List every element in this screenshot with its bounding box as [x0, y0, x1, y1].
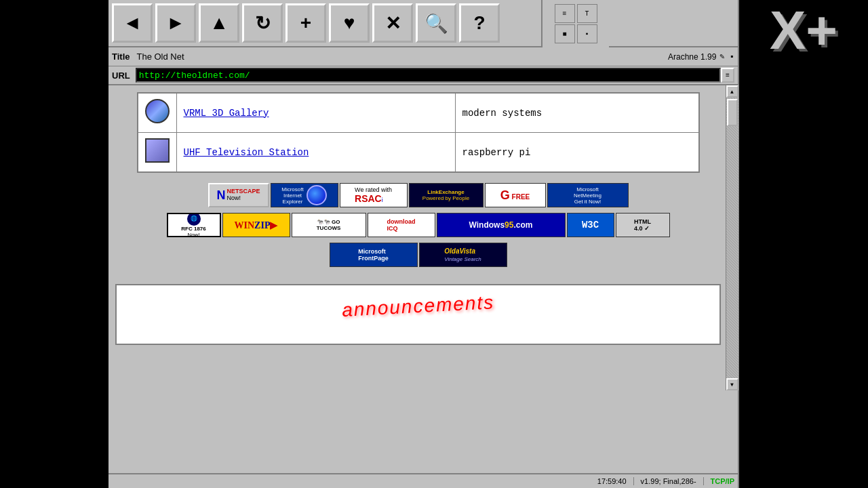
tag-cell: modern systems: [455, 93, 698, 133]
title-bar: Title The Old Net Arachne 1.99 ✎ ▪: [108, 47, 738, 66]
xt-logo: X+: [770, 3, 837, 58]
free-badge[interactable]: G FREE: [485, 183, 546, 207]
uhf-link[interactable]: UHF Television Station: [184, 147, 309, 158]
globe-icon: [145, 99, 170, 123]
browser-window: ◄ ► ▲ ↻ + ♥ ✕ 🔍 ? ≡ T ■ ▪ Title The Old …: [108, 0, 739, 488]
title-value: The Old Net: [137, 52, 668, 62]
title-label: Title: [112, 52, 130, 62]
icq-badge[interactable]: downloadICQ: [368, 213, 435, 237]
right-decoration: X+: [739, 0, 868, 488]
badges-row-1: N NETSCAPENow! MicrosoftInternetExplorer…: [208, 183, 629, 207]
status-bar: 17:59:40 v1.99; Final,286- TCP/IP: [108, 473, 738, 488]
arachne-version: Arachne 1.99: [668, 52, 716, 62]
rfc-badge[interactable]: 🌐 RFC 1876Now!: [167, 213, 221, 237]
html4-badge[interactable]: HTML4.0 ✓: [616, 213, 670, 237]
left-decoration: [0, 0, 108, 488]
mini-icon-1[interactable]: ≡: [555, 4, 575, 23]
mini-icon-4[interactable]: ▪: [577, 24, 597, 43]
tucows-badge[interactable]: 🐄🐄 GOTUCOWS: [292, 213, 366, 237]
help-button[interactable]: ?: [459, 3, 500, 43]
back-button[interactable]: ◄: [112, 3, 153, 43]
ie-badge[interactable]: MicrosoftInternetExplorer: [271, 183, 338, 207]
announcements-title: announcements: [341, 291, 495, 321]
table-row: VRML 3D Gallery modern systems: [138, 93, 699, 133]
home-button[interactable]: ▲: [199, 3, 239, 43]
status-time: 17:59:40: [112, 477, 627, 485]
status-version: v1.99; Final,286-: [633, 477, 696, 485]
badges-section: N NETSCAPENow! MicrosoftInternetExplorer…: [115, 173, 721, 277]
toolbar: ◄ ► ▲ ↻ + ♥ ✕ 🔍 ? ≡ T ■ ▪: [108, 0, 738, 47]
mini-icon-3[interactable]: ■: [555, 24, 575, 43]
status-tcp: TCP/IP: [703, 477, 734, 485]
url-scroll[interactable]: ≡: [721, 68, 734, 83]
oldavista-badge[interactable]: OldaVistaVintage Search: [419, 243, 507, 267]
announcements-section: announcements: [115, 284, 721, 345]
frontpage-badge[interactable]: MicrosoftFrontPage: [330, 243, 418, 267]
mini-icons: ≡ T ■ ▪: [541, 0, 609, 47]
icon-cell: [138, 93, 177, 133]
w3c-badge[interactable]: W3C: [567, 213, 614, 237]
vrml-link[interactable]: VRML 3D Gallery: [184, 108, 269, 119]
tv-icon: [145, 138, 170, 163]
netmeeting-badge[interactable]: MicrosoftNetMeetingGet it Now!: [547, 183, 629, 207]
url-bar: URL ≡: [108, 66, 738, 85]
links-table: VRML 3D Gallery modern systems UHF Telev…: [137, 92, 700, 173]
edit-icons: ✎ ▪: [719, 52, 734, 62]
icon-cell-2: [138, 133, 177, 173]
stop-button[interactable]: ✕: [372, 3, 413, 43]
rsac-badge[interactable]: We rated withRSACi: [340, 183, 408, 207]
badges-row-3: MicrosoftFrontPage OldaVistaVintage Sear…: [330, 243, 507, 267]
table-row: UHF Television Station raspberry pi: [138, 133, 699, 173]
badges-row-2: 🌐 RFC 1876Now! WINZIP▶ 🐄🐄 GOTUCOWS downl…: [167, 213, 670, 237]
link-cell-2: UHF Television Station: [176, 133, 455, 173]
netscape-badge[interactable]: N NETSCAPENow!: [208, 183, 269, 207]
link-cell: VRML 3D Gallery: [176, 93, 455, 133]
favorite-button[interactable]: ♥: [329, 3, 370, 43]
url-input[interactable]: [136, 68, 721, 83]
add-button[interactable]: +: [285, 3, 326, 43]
win95-badge[interactable]: Windows95.com: [437, 213, 566, 237]
linkexchange-badge[interactable]: LinkExchangePowered by People: [409, 183, 484, 207]
mini-icon-2[interactable]: T: [577, 4, 597, 23]
tag-cell-2: raspberry pi: [455, 133, 698, 173]
winzip-badge[interactable]: WINZIP▶: [222, 213, 290, 237]
reload-button[interactable]: ↻: [242, 3, 283, 43]
url-label: URL: [112, 70, 130, 81]
search-button[interactable]: 🔍: [416, 3, 456, 43]
content-area: VRML 3D Gallery modern systems UHF Telev…: [108, 85, 738, 473]
forward-button[interactable]: ►: [155, 3, 196, 43]
